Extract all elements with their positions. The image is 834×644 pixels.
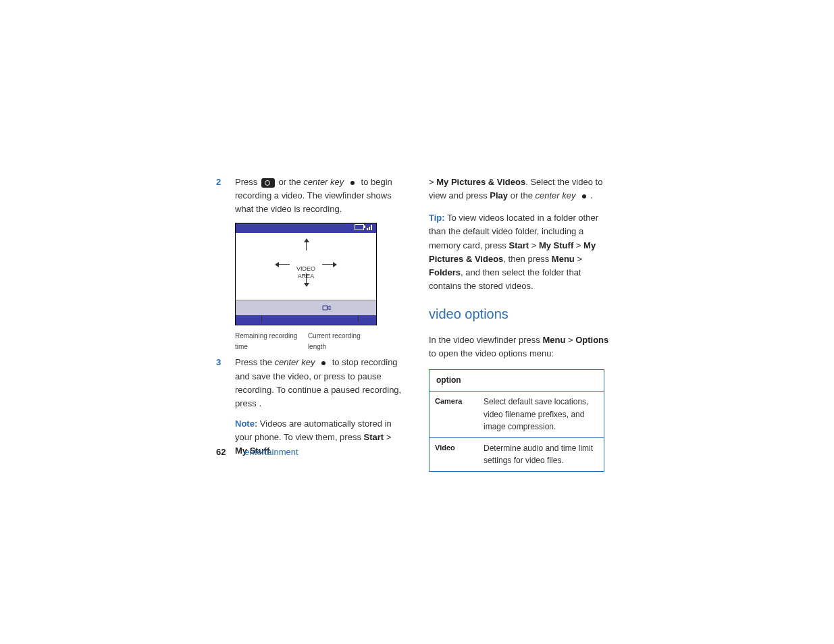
battery-icon [355, 224, 364, 230]
viewfinder-diagram: VIDEO AREA Remaining recording time Curr… [235, 223, 377, 352]
manual-page: 2 Press or the center key to begin recor… [0, 0, 834, 644]
center-key-icon [348, 178, 357, 188]
vf-tick-left [261, 315, 262, 322]
arrow-line [278, 264, 290, 265]
note-label: Note: [235, 419, 257, 429]
text: or the [276, 177, 303, 187]
section-heading: video options [429, 304, 615, 325]
callout-remaining: Remaining recording time [235, 331, 308, 352]
camera-key-icon [261, 178, 275, 188]
step-body: Press the center key to stop recording a… [235, 356, 402, 410]
center-key-icon [579, 192, 589, 201]
menu-path: My Stuff [539, 240, 573, 250]
text: or the [508, 190, 535, 200]
table-row: Video Determine audio and time limit set… [429, 437, 604, 471]
menu-path: Menu [552, 254, 575, 264]
step-2: 2 Press or the center key to begin recor… [216, 176, 402, 216]
vf-top-bar [236, 223, 376, 233]
vf-callouts: Remaining recording time Current recordi… [235, 331, 377, 352]
center-key-term: center key [536, 190, 576, 200]
text: > [575, 254, 582, 264]
signal-icon [367, 225, 372, 230]
callout-current: Current recording length [308, 331, 377, 352]
menu-path: Start [364, 432, 384, 442]
arrow-up-icon [304, 238, 309, 242]
menu-path: Options [575, 335, 608, 345]
text: . [590, 190, 593, 200]
tip-block: Tip: To view videos located in a folder … [429, 211, 615, 293]
menu-path: Play [490, 190, 508, 200]
vf-center-label: VIDEO AREA [296, 265, 315, 280]
table-header-row: option [429, 370, 604, 392]
center-key-term: center key [303, 177, 344, 187]
text: . [259, 398, 261, 408]
option-name: Camera [429, 392, 479, 438]
text: > [573, 240, 583, 250]
vf-toolbar [236, 300, 376, 315]
option-desc: Select default save locations, video fil… [478, 392, 604, 438]
text: > [565, 335, 575, 345]
viewfinder-frame: VIDEO AREA [235, 223, 377, 325]
option-desc: Determine audio and time limit settings … [478, 437, 604, 471]
text: > [529, 240, 539, 250]
continuation: > My Pictures & Videos. Select the video… [429, 176, 615, 203]
menu-path: Folders [429, 267, 461, 277]
text: In the video viewfinder press [429, 335, 542, 345]
text: , then press [503, 254, 552, 264]
table-row: Camera Select default save locations, vi… [429, 392, 604, 438]
text: > [429, 177, 436, 187]
step-body: Press or the center key to begin recordi… [235, 176, 402, 216]
text: VIDEO [296, 265, 315, 273]
text: > [384, 432, 391, 442]
vf-bottom-bar [236, 315, 376, 325]
tip-label: Tip: [429, 213, 445, 223]
menu-path: Menu [542, 335, 565, 345]
section-name: entertainment [244, 447, 298, 457]
vf-status-icons [355, 224, 372, 230]
right-column: > My Pictures & Videos. Select the video… [429, 176, 615, 472]
menu-path: Start [509, 240, 529, 250]
section-intro: In the video viewfinder press Menu > Opt… [429, 333, 615, 360]
arrow-left-icon [275, 262, 279, 267]
text: Press [235, 177, 260, 187]
step-number: 2 [216, 176, 235, 216]
text: Press the [235, 357, 275, 367]
two-column-content: 2 Press or the center key to begin recor… [216, 176, 618, 472]
vf-tick-right [358, 315, 359, 322]
arrow-down-icon [304, 283, 309, 287]
text: to open the video options menu: [429, 348, 554, 358]
menu-path: My Pictures & Videos [436, 177, 525, 187]
center-key-icon [319, 358, 328, 368]
step-number: 3 [216, 356, 235, 410]
center-key-term: center key [275, 357, 315, 367]
option-name: Video [429, 437, 479, 471]
step-3: 3 Press the center key to stop recording… [216, 356, 402, 410]
text: AREA [296, 273, 315, 280]
left-column: 2 Press or the center key to begin recor… [216, 176, 402, 472]
page-footer: 62 entertainment [216, 447, 298, 457]
page-number: 62 [216, 447, 226, 457]
table-header: option [429, 370, 604, 392]
vf-mode-icon [322, 303, 332, 314]
options-table: option Camera Select default save locati… [429, 369, 604, 472]
arrow-right-icon [333, 262, 337, 267]
